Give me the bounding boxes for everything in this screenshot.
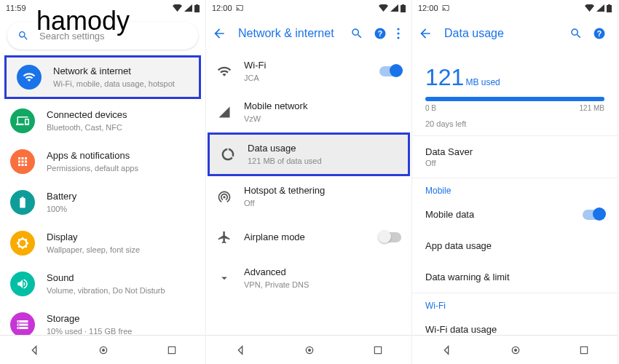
status-time: 11:59 — [6, 4, 26, 12]
back-arrow-icon[interactable] — [212, 26, 226, 41]
battery-setting-icon — [10, 190, 35, 215]
nav-recent-icon[interactable] — [373, 345, 383, 355]
network-list: Wi-Fi JCA Mobile network VzW Data usage … — [206, 51, 411, 335]
bar-min: 0 B — [425, 104, 436, 112]
svg-rect-4 — [168, 347, 175, 353]
item-title: Hotspot & tethering — [244, 185, 401, 197]
item-sub: 121 MB of data used — [248, 156, 398, 166]
storage-icon — [10, 312, 35, 335]
svg-rect-5 — [401, 5, 406, 12]
item-app-data-usage[interactable]: App data usage — [412, 230, 618, 261]
screen-settings-main: 11:59 Search settings Network & internet… — [0, 0, 206, 364]
nav-home-icon[interactable] — [510, 344, 521, 356]
item-title: Storage — [47, 313, 195, 325]
battery-icon — [607, 4, 612, 12]
svg-point-3 — [102, 349, 105, 352]
status-cast-icon — [235, 4, 244, 12]
nav-bar — [206, 335, 411, 364]
item-title: Wi-Fi — [244, 60, 379, 72]
item-display[interactable]: Display Wallpaper, sleep, font size — [0, 223, 205, 264]
item-title: Sound — [47, 272, 195, 285]
apps-icon — [10, 149, 35, 174]
airplane-toggle[interactable] — [379, 232, 401, 242]
nav-recent-icon[interactable] — [167, 345, 177, 355]
item-data-usage[interactable]: Data usage 121 MB of data used — [208, 132, 410, 176]
more-icon[interactable] — [397, 28, 400, 39]
nav-home-icon[interactable] — [98, 344, 109, 356]
nav-back-icon[interactable] — [234, 344, 246, 356]
status-time: 12:00 — [212, 4, 232, 12]
item-wifi-data-usage[interactable]: Wi-Fi data usage 1.87 GB used Apr 27 – M… — [412, 314, 618, 335]
days-left: 20 days left — [425, 119, 604, 128]
signal-setting-icon — [216, 100, 232, 124]
battery-icon — [194, 4, 200, 12]
status-cast-icon — [441, 4, 450, 12]
status-bar: 12:00 — [206, 0, 411, 16]
svg-rect-1 — [196, 4, 198, 5]
item-apps-notifications[interactable]: Apps & notifications Permissions, defaul… — [0, 141, 205, 182]
airplane-icon — [216, 225, 232, 250]
mobile-data-toggle[interactable] — [583, 210, 604, 220]
item-sub: Off — [244, 198, 401, 208]
item-title: Network & internet — [53, 66, 189, 78]
nav-recent-icon[interactable] — [579, 345, 589, 355]
back-arrow-icon[interactable] — [418, 26, 433, 41]
item-mobile-data[interactable]: Mobile data — [412, 199, 618, 230]
header-title: Data usage — [444, 27, 569, 40]
item-data-warning[interactable]: Data warning & limit — [412, 261, 618, 293]
svg-point-9 — [397, 28, 399, 30]
search-icon[interactable] — [569, 27, 583, 40]
help-icon[interactable]: ? — [593, 27, 606, 40]
nav-back-icon[interactable] — [28, 344, 40, 356]
svg-rect-21 — [580, 347, 587, 353]
item-airplane-mode[interactable]: Airplane mode — [206, 217, 411, 258]
svg-point-13 — [308, 349, 311, 352]
usage-bar — [425, 97, 604, 101]
item-sub: Permissions, default apps — [47, 163, 195, 173]
item-title: Mobile network — [244, 100, 401, 113]
wifi-setting-icon — [216, 59, 232, 84]
item-title: Data warning & limit — [425, 272, 604, 282]
item-sub: Wi-Fi, mobile, data usage, hotspot — [53, 79, 189, 89]
wifi-icon — [173, 4, 182, 12]
data-usage-icon — [220, 142, 236, 167]
item-storage[interactable]: Storage 10% used · 115 GB free — [0, 304, 205, 335]
battery-icon — [401, 4, 406, 12]
nav-back-icon[interactable] — [441, 344, 452, 356]
bar-max: 121 MB — [580, 104, 604, 112]
usage-summary: 121MB used 0 B 121 MB 20 days left — [412, 51, 618, 135]
item-mobile-network[interactable]: Mobile network VzW — [206, 92, 411, 132]
status-icons — [585, 4, 612, 12]
item-hotspot[interactable]: Hotspot & tethering Off — [206, 176, 411, 217]
item-advanced[interactable]: Advanced VPN, Private DNS — [206, 258, 411, 298]
svg-rect-14 — [374, 347, 381, 353]
item-sub: Wallpaper, sleep, font size — [47, 245, 195, 255]
item-title: Connected devices — [47, 109, 195, 122]
item-network-internet[interactable]: Network & internet Wi-Fi, mobile, data u… — [4, 55, 201, 99]
item-battery[interactable]: Battery 100% — [0, 182, 205, 223]
search-icon[interactable] — [350, 27, 363, 40]
item-title: Airplane mode — [244, 232, 379, 244]
item-sound[interactable]: Sound Volume, vibration, Do Not Disturb — [0, 264, 205, 304]
wifi-toggle[interactable] — [379, 66, 401, 76]
item-title: Data usage — [248, 143, 398, 155]
item-sub: JCA — [244, 73, 379, 83]
usage-value: 121 — [425, 64, 464, 90]
svg-rect-0 — [194, 5, 200, 12]
item-connected-devices[interactable]: Connected devices Bluetooth, Cast, NFC — [0, 100, 205, 141]
chevron-down-icon — [216, 266, 232, 290]
svg-rect-15 — [607, 5, 612, 12]
nav-home-icon[interactable] — [304, 344, 315, 356]
item-wifi[interactable]: Wi-Fi JCA — [206, 51, 411, 92]
item-title: Battery — [47, 191, 195, 203]
data-usage-content: 121MB used 0 B 121 MB 20 days left Data … — [412, 51, 618, 335]
item-sub: 100% — [47, 204, 195, 214]
item-sub: VzW — [244, 114, 401, 124]
item-data-saver[interactable]: Data Saver Off — [412, 136, 618, 178]
svg-text:?: ? — [597, 29, 602, 38]
item-sub: Volume, vibration, Do Not Disturb — [47, 285, 195, 296]
signal-icon — [184, 4, 192, 12]
help-icon[interactable]: ? — [374, 27, 387, 40]
watermark-text: hamody — [36, 6, 130, 36]
usage-unit: MB used — [465, 77, 500, 87]
